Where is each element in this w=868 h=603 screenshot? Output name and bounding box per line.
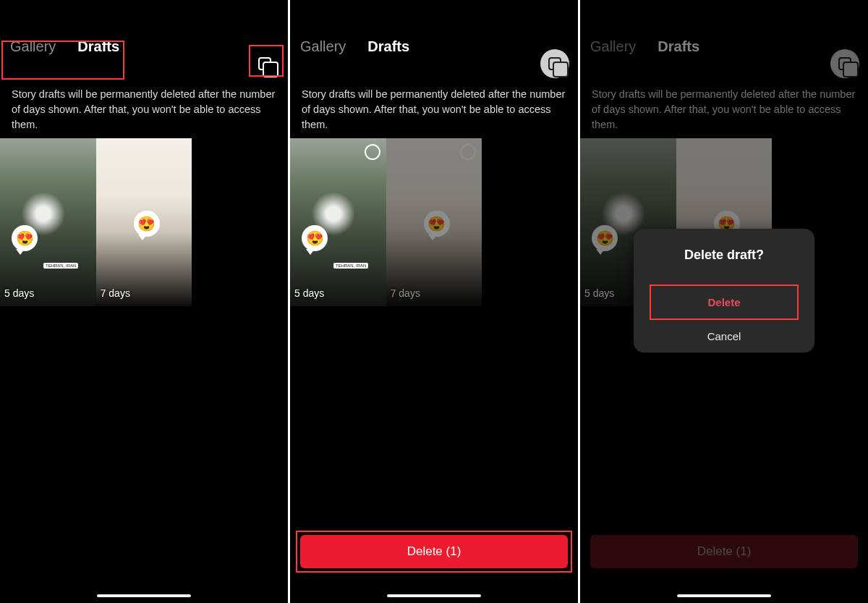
- tab-drafts[interactable]: Drafts: [77, 38, 119, 55]
- selection-radio[interactable]: [365, 144, 380, 160]
- multi-select-button[interactable]: [540, 49, 569, 78]
- multi-select-icon: [258, 57, 271, 70]
- phone-panel-3: Gallery Drafts Story drafts will be perm…: [580, 0, 868, 603]
- modal-title: Delete draft?: [634, 229, 814, 284]
- tab-bar: Gallery Drafts: [580, 0, 868, 80]
- tab-gallery[interactable]: Gallery: [10, 38, 56, 55]
- location-tag: TEHRAN, IRAN: [43, 263, 78, 269]
- info-text: Story drafts will be permanently deleted…: [0, 80, 288, 138]
- multi-select-button[interactable]: [250, 49, 279, 78]
- modal-delete-button[interactable]: Delete: [651, 286, 797, 319]
- tab-drafts[interactable]: Drafts: [367, 38, 409, 55]
- heart-eyes-emoji-icon: 😍: [424, 211, 450, 237]
- tab-bar: Gallery Drafts: [290, 0, 578, 80]
- phone-panel-1: Gallery Drafts Story drafts will be perm…: [0, 0, 288, 603]
- delete-button[interactable]: Delete (1): [300, 535, 568, 568]
- heart-eyes-emoji-icon: 😍: [302, 225, 328, 251]
- drafts-grid: 😍 TEHRAN, IRAN 5 days 😍 7 days: [0, 138, 288, 306]
- confirm-delete-modal: Delete draft? Delete Cancel: [634, 229, 814, 353]
- draft-thumbnail[interactable]: 😍 7 days: [96, 138, 192, 306]
- home-indicator: [97, 594, 191, 597]
- delete-button[interactable]: Delete (1): [590, 535, 858, 568]
- info-text: Story drafts will be permanently deleted…: [580, 80, 868, 138]
- draft-thumbnail[interactable]: 😍 TEHRAN, IRAN 5 days: [290, 138, 386, 306]
- heart-eyes-emoji-icon: 😍: [592, 225, 618, 251]
- tab-bar: Gallery Drafts: [0, 0, 288, 80]
- location-tag: TEHRAN, IRAN: [333, 263, 368, 269]
- draft-expiry-label: 7 days: [391, 287, 420, 299]
- drafts-grid: 😍 TEHRAN, IRAN 5 days 😍 7 days: [290, 138, 578, 306]
- heart-eyes-emoji-icon: 😍: [12, 225, 38, 251]
- tab-drafts[interactable]: Drafts: [658, 38, 699, 55]
- phone-panel-2: Gallery Drafts Story drafts will be perm…: [290, 0, 578, 603]
- multi-select-icon: [548, 57, 561, 70]
- draft-expiry-label: 5 days: [4, 287, 34, 299]
- home-indicator: [387, 594, 481, 597]
- multi-select-button[interactable]: [830, 49, 859, 78]
- tab-gallery[interactable]: Gallery: [300, 38, 346, 55]
- draft-expiry-label: 7 days: [101, 287, 130, 299]
- multi-select-icon: [838, 57, 851, 70]
- home-indicator: [677, 594, 771, 597]
- draft-thumbnail[interactable]: 😍 7 days: [386, 138, 482, 306]
- tab-gallery[interactable]: Gallery: [590, 38, 636, 55]
- heart-eyes-emoji-icon: 😍: [134, 211, 160, 237]
- draft-thumbnail[interactable]: 😍 TEHRAN, IRAN 5 days: [0, 138, 96, 306]
- annotation-highlight: Delete: [650, 284, 799, 320]
- draft-expiry-label: 5 days: [584, 287, 614, 299]
- draft-expiry-label: 5 days: [294, 287, 324, 299]
- selection-radio[interactable]: [460, 144, 476, 160]
- info-text: Story drafts will be permanently deleted…: [290, 80, 578, 138]
- modal-cancel-button[interactable]: Cancel: [634, 320, 814, 353]
